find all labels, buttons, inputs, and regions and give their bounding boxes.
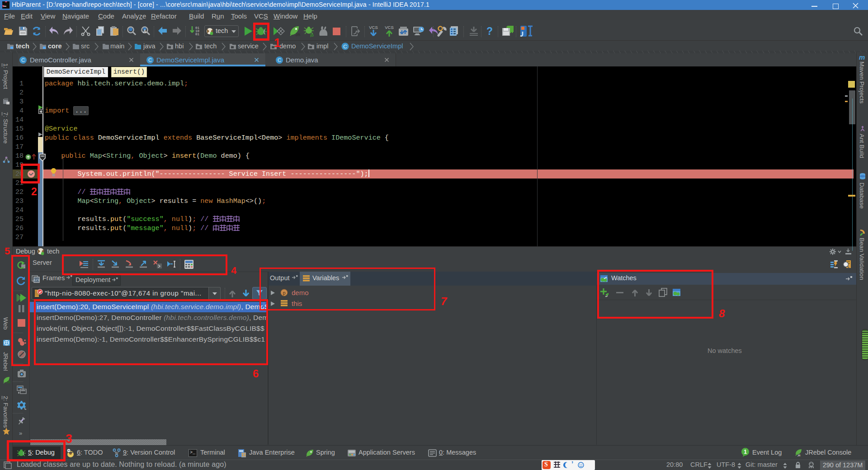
svg-text:JR: JR	[797, 454, 801, 457]
svg-text:JR: JR	[6, 381, 10, 384]
svg-text:01: 01	[195, 33, 200, 36]
svg-text:JR: JR	[295, 33, 300, 37]
svg-text:jb: jb	[310, 33, 314, 37]
svg-text:C: C	[343, 44, 347, 49]
svg-text:VCS: VCS	[369, 25, 378, 30]
svg-text:1: 1	[744, 449, 747, 455]
svg-text:A: A	[143, 29, 146, 34]
svg-text:C: C	[278, 57, 281, 63]
svg-text:VCS: VCS	[385, 25, 394, 30]
svg-text:C: C	[21, 57, 25, 63]
svg-text:C: C	[148, 57, 152, 63]
svg-text:</>: </>	[33, 278, 40, 282]
